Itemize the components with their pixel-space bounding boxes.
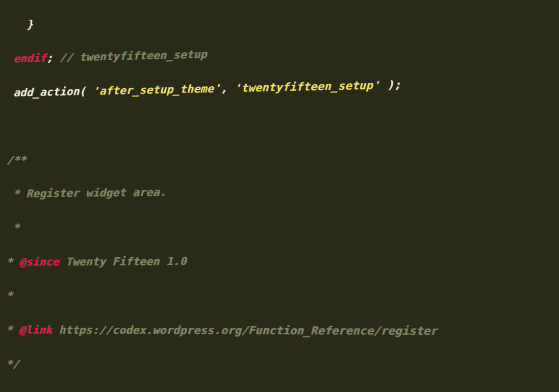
code-line: }	[0, 1, 559, 34]
comment-line: */	[0, 356, 559, 377]
comment-line: * @since Twenty Fifteen 1.0	[0, 251, 559, 270]
comment-line: * @link https://codex.wordpress.org/Func…	[0, 321, 559, 341]
code-line: endif; // twentyfifteen_setup	[0, 36, 559, 68]
blank-line	[0, 108, 559, 135]
code-line: function twentyfifteen_widgets_init() {	[0, 390, 559, 392]
code-line: add_action( 'after_setup_theme', 'twenty…	[0, 72, 559, 101]
comment-line: * Register widget area.	[0, 179, 559, 203]
comment-line: /**	[0, 144, 559, 169]
comment-line: *	[0, 287, 559, 305]
comment-line: *	[0, 215, 559, 237]
code-editor[interactable]: } endif; // twentyfifteen_setup add_acti…	[0, 0, 559, 392]
